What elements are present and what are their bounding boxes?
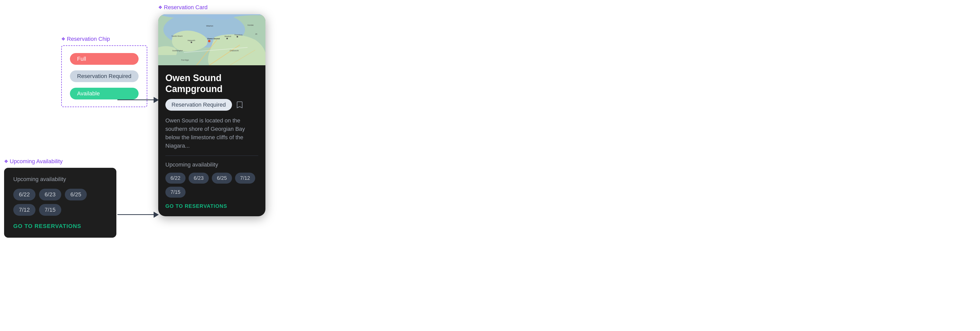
date-chips-row: 6/22 6/23 6/25 7/12 7/15	[13, 189, 107, 216]
card-chips-row: Reservation Required	[165, 99, 258, 111]
card-title: Owen Sound Campground	[165, 73, 258, 94]
card-date-chip-4[interactable]: 7/15	[165, 187, 186, 198]
svg-text:Kemble: Kemble	[248, 24, 254, 26]
bookmark-icon[interactable]	[236, 101, 243, 109]
svg-text:Thornbury: Thornbury	[234, 34, 242, 36]
card-upcoming-label: Upcoming availability	[165, 162, 258, 168]
map-svg: Owen Sound Meaford Hepworth Thornbury Sa…	[158, 14, 266, 65]
svg-text:26: 26	[255, 33, 257, 35]
svg-text:Wiarton: Wiarton	[206, 25, 213, 27]
svg-point-6	[208, 40, 210, 42]
card-go-to-reservations-button[interactable]: GO TO RESERVATIONS	[165, 203, 258, 209]
date-chip-0[interactable]: 6/22	[13, 189, 35, 200]
card-map: Owen Sound Meaford Hepworth Thornbury Sa…	[158, 14, 266, 65]
svg-text:Hepworth: Hepworth	[188, 40, 195, 41]
svg-text:Southampton: Southampton	[172, 50, 183, 52]
svg-point-7	[226, 38, 228, 39]
reservation-chip-section: Reservation Chip Full Reservation Requir…	[61, 36, 147, 107]
card-divider	[165, 155, 258, 156]
card-date-chip-2[interactable]: 6/25	[212, 173, 232, 184]
chip-reservation-required[interactable]: Reservation Required	[70, 70, 138, 82]
arrow-line-upcoming	[118, 214, 158, 215]
go-to-reservations-button[interactable]: GO TO RESERVATIONS	[13, 223, 107, 230]
svg-point-9	[237, 36, 238, 38]
chip-container: Full Reservation Required Available	[61, 45, 147, 107]
chip-available[interactable]: Available	[70, 88, 138, 100]
svg-text:Owen Sound: Owen Sound	[207, 38, 220, 40]
card-date-chip-3[interactable]: 7/12	[235, 173, 255, 184]
card-date-chip-0[interactable]: 6/22	[165, 173, 186, 184]
arrow-upcoming-to-card	[118, 214, 158, 215]
card-date-chips-row: 6/22 6/23 6/25 7/12 7/15	[165, 173, 258, 198]
card-chip-reservation-required[interactable]: Reservation Required	[165, 99, 232, 111]
reservation-chip-label: Reservation Chip	[61, 36, 147, 42]
card-description: Owen Sound is located on the southern sh…	[165, 116, 258, 150]
date-chip-1[interactable]: 6/23	[39, 189, 61, 200]
upcoming-card: Upcoming availability 6/22 6/23 6/25 7/1…	[4, 168, 116, 238]
chip-full[interactable]: Full	[70, 53, 138, 65]
upcoming-availability-section: Upcoming Availability Upcoming availabil…	[4, 158, 116, 238]
arrow-chip-to-card	[118, 100, 158, 100]
date-chip-2[interactable]: 6/25	[65, 189, 87, 200]
svg-text:Port Elgin: Port Elgin	[181, 59, 189, 61]
arrow-line-chip	[118, 100, 158, 100]
reservation-card-section-label: Reservation Card	[158, 4, 266, 11]
reservation-card-section: Reservation Card	[158, 4, 266, 216]
svg-text:Meaford: Meaford	[224, 35, 231, 37]
svg-text:Sauble Beach: Sauble Beach	[172, 35, 183, 37]
svg-point-8	[191, 41, 192, 43]
date-chip-4[interactable]: 7/15	[39, 204, 61, 216]
svg-text:Chatsworth: Chatsworth	[230, 50, 239, 52]
card-date-chip-1[interactable]: 6/23	[189, 173, 209, 184]
upcoming-card-label: Upcoming availability	[13, 176, 107, 182]
reservation-card: Owen Sound Meaford Hepworth Thornbury Sa…	[158, 14, 266, 216]
upcoming-section-label: Upcoming Availability	[4, 158, 116, 165]
date-chip-3[interactable]: 7/12	[13, 204, 35, 216]
card-content: Owen Sound Campground Reservation Requir…	[158, 65, 266, 216]
